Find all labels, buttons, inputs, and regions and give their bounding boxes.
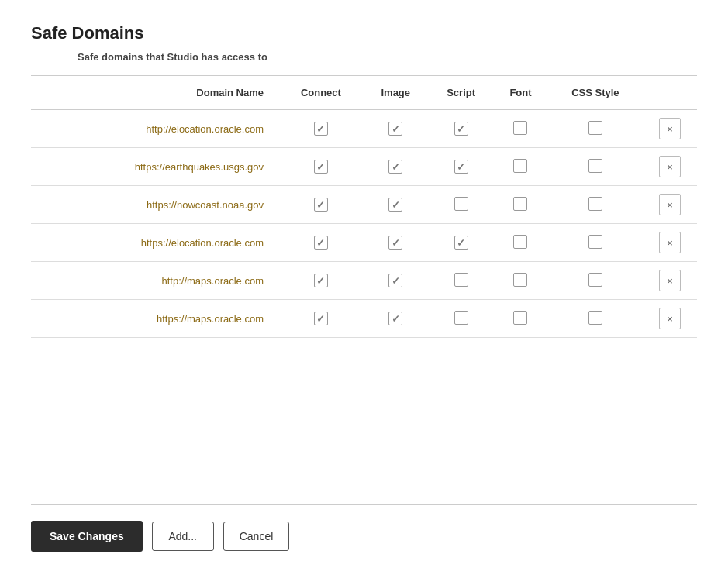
col-header-font: Font (493, 76, 547, 110)
checkbox-font[interactable] (513, 235, 527, 249)
delete-row-button[interactable]: × (659, 270, 681, 291)
checkbox-css_style[interactable] (588, 235, 602, 249)
checkbox-cell-image (363, 224, 429, 262)
domain-cell: https://maps.oracle.com (31, 300, 279, 338)
domain-cell: http://maps.oracle.com (31, 262, 279, 300)
checkbox-css_style[interactable] (588, 121, 602, 135)
delete-cell: × (643, 186, 697, 224)
cancel-button[interactable]: Cancel (223, 522, 290, 551)
checkbox-image[interactable] (388, 274, 402, 288)
checkbox-image[interactable] (388, 198, 402, 212)
checkbox-cell-connect (279, 224, 363, 262)
checkbox-image[interactable] (388, 122, 402, 136)
domain-cell: https://earthquakes.usgs.gov (31, 148, 279, 186)
checkbox-script[interactable] (454, 311, 468, 325)
checkbox-cell-css_style (547, 148, 643, 186)
col-header-css-style: CSS Style (547, 76, 643, 110)
table-row: https://elocation.oracle.com× (31, 224, 697, 262)
checkbox-font[interactable] (513, 197, 527, 211)
checkbox-css_style[interactable] (588, 311, 602, 325)
delete-row-button[interactable]: × (659, 232, 681, 253)
col-header-script: Script (429, 76, 494, 110)
checkbox-cell-font (493, 224, 547, 262)
table-row: http://elocation.oracle.com× (31, 110, 697, 148)
domain-cell: http://elocation.oracle.com (31, 110, 279, 148)
table-header-row: Domain Name Connect Image Script Font CS… (31, 76, 697, 110)
checkbox-css_style[interactable] (588, 197, 602, 211)
checkbox-cell-font (493, 186, 547, 224)
checkbox-css_style[interactable] (588, 159, 602, 173)
domains-table: Domain Name Connect Image Script Font CS… (31, 76, 697, 338)
checkbox-font[interactable] (513, 159, 527, 173)
checkbox-image[interactable] (388, 312, 402, 325)
delete-row-button[interactable]: × (659, 156, 681, 177)
col-header-domain: Domain Name (31, 76, 279, 110)
checkbox-cell-css_style (547, 300, 643, 338)
checkbox-cell-script (429, 224, 494, 262)
col-header-delete (643, 76, 697, 110)
page-container: Safe Domains Safe domains that Studio ha… (0, 0, 728, 575)
checkbox-connect[interactable] (314, 198, 328, 212)
checkbox-image[interactable] (388, 160, 402, 174)
delete-cell: × (643, 148, 697, 186)
checkbox-cell-css_style (547, 262, 643, 300)
checkbox-connect[interactable] (314, 274, 328, 288)
table-row: http://maps.oracle.com× (31, 262, 697, 300)
checkbox-cell-script (429, 262, 494, 300)
checkbox-cell-connect (279, 110, 363, 148)
checkbox-cell-font (493, 148, 547, 186)
checkbox-font[interactable] (513, 121, 527, 135)
checkbox-css_style[interactable] (588, 273, 602, 287)
checkbox-cell-image (363, 110, 429, 148)
checkbox-cell-css_style (547, 186, 643, 224)
table-row: https://earthquakes.usgs.gov× (31, 148, 697, 186)
checkbox-script[interactable] (454, 197, 468, 211)
checkbox-cell-script (429, 186, 494, 224)
checkbox-cell-connect (279, 262, 363, 300)
checkbox-cell-script (429, 300, 494, 338)
checkbox-cell-connect (279, 186, 363, 224)
checkbox-cell-font (493, 300, 547, 338)
delete-row-button[interactable]: × (659, 118, 681, 139)
footer-bar: Save Changes Add... Cancel (31, 504, 697, 552)
col-header-image: Image (363, 76, 429, 110)
checkbox-connect[interactable] (314, 312, 328, 325)
table-row: https://maps.oracle.com× (31, 300, 697, 338)
col-header-connect: Connect (279, 76, 363, 110)
checkbox-cell-script (429, 110, 494, 148)
page-title: Safe Domains (31, 23, 697, 43)
checkbox-script[interactable] (454, 236, 468, 250)
delete-cell: × (643, 110, 697, 148)
checkbox-cell-font (493, 110, 547, 148)
checkbox-cell-css_style (547, 110, 643, 148)
checkbox-font[interactable] (513, 273, 527, 287)
delete-row-button[interactable]: × (659, 308, 681, 329)
delete-row-button[interactable]: × (659, 194, 681, 215)
add-button[interactable]: Add... (152, 522, 214, 551)
delete-cell: × (643, 224, 697, 262)
table-row: https://nowcoast.noaa.gov× (31, 186, 697, 224)
page-subtitle: Safe domains that Studio has access to (31, 51, 697, 63)
checkbox-cell-image (363, 262, 429, 300)
delete-cell: × (643, 262, 697, 300)
domain-cell: https://nowcoast.noaa.gov (31, 186, 279, 224)
checkbox-cell-script (429, 148, 494, 186)
checkbox-script[interactable] (454, 160, 468, 174)
checkbox-cell-image (363, 300, 429, 338)
checkbox-script[interactable] (454, 122, 468, 136)
table-container: Domain Name Connect Image Script Font CS… (31, 75, 697, 422)
checkbox-connect[interactable] (314, 160, 328, 174)
checkbox-cell-connect (279, 300, 363, 338)
checkbox-cell-image (363, 148, 429, 186)
domain-cell: https://elocation.oracle.com (31, 224, 279, 262)
checkbox-cell-font (493, 262, 547, 300)
delete-cell: × (643, 300, 697, 338)
checkbox-connect[interactable] (314, 122, 328, 136)
checkbox-cell-css_style (547, 224, 643, 262)
checkbox-cell-connect (279, 148, 363, 186)
checkbox-connect[interactable] (314, 236, 328, 250)
checkbox-image[interactable] (388, 236, 402, 250)
save-changes-button[interactable]: Save Changes (31, 521, 143, 552)
checkbox-font[interactable] (513, 311, 527, 325)
checkbox-script[interactable] (454, 273, 468, 287)
